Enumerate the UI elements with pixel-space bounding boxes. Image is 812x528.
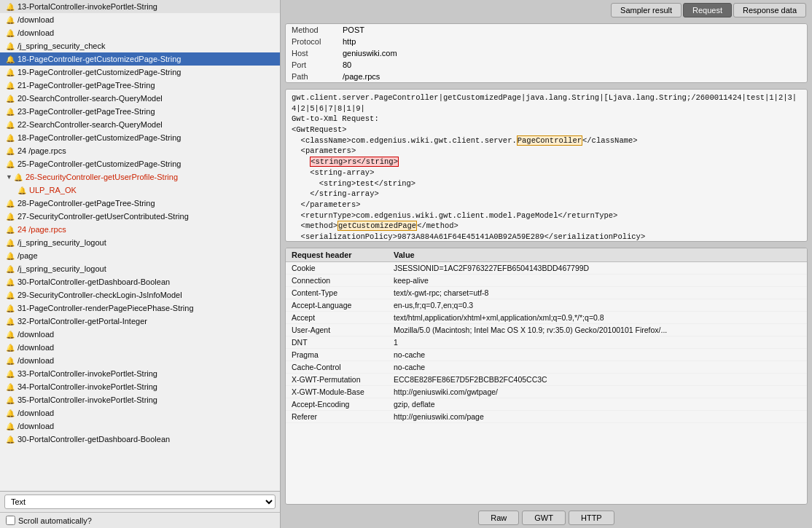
list-item[interactable]: 🔔32-PortalController-getPortal-Integer [0, 315, 280, 328]
header-name-cell: DNT [286, 336, 388, 349]
list-item-icon: 🔔 [6, 436, 15, 444]
list-item-icon: 🔔 [6, 16, 15, 24]
list-item[interactable]: 🔔19-PageController-getCustomizedPage-Str… [0, 66, 280, 79]
list-item-label: 13-PortalController-invokePortlet-String [17, 2, 157, 11]
list-item[interactable]: 🔔24 /page.rpcs [0, 144, 280, 157]
list-item[interactable]: ▼🔔26-SecurityController-getUserProfile-S… [0, 170, 280, 184]
list-item[interactable]: 🔔18-PageController-getCustomizedPage-Str… [0, 52, 280, 66]
header-table-row: Cache-Controlno-cache [286, 361, 807, 374]
list-item-label: 20-SearchController-search-QueryModel [17, 94, 163, 103]
list-item-label: /download [17, 343, 54, 352]
filter-dropdown[interactable]: TextRegExpXPath [4, 494, 276, 509]
list-item[interactable]: 🔔18-PageController-getCustomizedPage-Str… [0, 131, 280, 144]
list-item[interactable]: 🔔20-SearchController-search-QueryModel [0, 92, 280, 105]
list-item[interactable]: 🔔27-SecurityController-getUserContribute… [0, 210, 280, 223]
list-item[interactable]: 🔔/download [0, 328, 280, 341]
list-item[interactable]: 🔔33-PortalController-invokePortlet-Strin… [0, 367, 280, 380]
request-details-section: Method POST Protocol http Host geniuswik… [285, 23, 808, 83]
list-item[interactable]: 🔔/j_spring_security_check [0, 39, 280, 52]
list-item[interactable]: 🔔35-PortalController-invokePortlet-Strin… [0, 393, 280, 406]
xml-body-section[interactable]: gwt.client.server.PageController|getCust… [285, 89, 808, 242]
list-item-label: /j_spring_security_check [17, 42, 105, 50]
scroll-auto-checkbox[interactable] [6, 516, 15, 525]
header-table-row: Accept-Encodinggzip, deflate [286, 398, 807, 411]
left-list[interactable]: 🔔13-PortalController-invokePortlet-Strin… [0, 0, 280, 491]
header-table-wrapper[interactable]: Request header Value CookieJSESSIONID=1A… [286, 248, 807, 504]
header-value-cell: ECC8E828FE86E7D5F2BCBB2FC405CC3C [388, 374, 807, 386]
method-label: Method [286, 24, 337, 36]
list-item-label: /download [17, 356, 54, 365]
list-item[interactable]: 🔔13-PortalController-invokePortlet-Strin… [0, 0, 280, 13]
list-item[interactable]: 🔔/download [0, 354, 280, 367]
list-item-label: 27-SecurityController-getUserContributed… [17, 212, 189, 221]
tab-request[interactable]: Request [683, 3, 732, 17]
list-item[interactable]: 🔔/download [0, 406, 280, 419]
http-button[interactable]: HTTP [569, 511, 614, 525]
header-name-cell: Cookie [286, 262, 388, 275]
list-item[interactable]: 🔔/download [0, 13, 280, 26]
list-item-icon: 🔔 [6, 108, 15, 116]
list-item-icon: 🔔 [6, 265, 15, 273]
list-item[interactable]: 🔔22-SearchController-search-QueryModel [0, 118, 280, 131]
list-item[interactable]: 🔔/page [0, 249, 280, 262]
list-item[interactable]: 🔔23-PageController-getPageTree-String [0, 105, 280, 118]
list-item-label: /j_spring_security_logout [17, 238, 106, 247]
list-item-icon: 🔔 [6, 82, 15, 90]
list-item-icon: 🔔 [6, 239, 15, 247]
tab-response-data[interactable]: Response data [733, 3, 806, 17]
list-item-label: 26-SecurityController-getUserProfile-Str… [26, 173, 178, 181]
list-item[interactable]: 🔔/j_spring_security_logout [0, 262, 280, 275]
list-item[interactable]: 🔔/download [0, 419, 280, 433]
list-item[interactable]: 🔔29-SecurityController-checkLogin-JsInfo… [0, 288, 280, 302]
header-table: Request header Value CookieJSESSIONID=1A… [286, 248, 807, 423]
list-item-icon: 🔔 [6, 304, 15, 312]
raw-button[interactable]: Raw [478, 511, 519, 525]
list-item-icon: 🔔 [6, 331, 15, 339]
list-item-label: 28-PageController-getPageTree-String [17, 199, 155, 208]
gwt-button[interactable]: GWT [522, 511, 566, 525]
header-name-cell: X-GWT-Permutation [286, 374, 388, 386]
list-item-label: /download [17, 15, 54, 24]
list-item-icon: 🔔 [6, 409, 15, 417]
list-item-icon: 🔔 [6, 95, 15, 103]
list-item[interactable]: 🔔24 /page.rpcs [0, 223, 280, 236]
list-item-label: 25-PageController-getCustomizedPage-Stri… [17, 159, 181, 168]
list-item[interactable]: 🔔21-PageController-getPageTree-String [0, 79, 280, 92]
list-item[interactable]: 🔔/j_spring_security_logout [0, 236, 280, 249]
list-item-label: /j_spring_security_logout [17, 264, 106, 273]
header-value-cell: no-cache [388, 349, 807, 361]
header-name-cell: Accept-Language [286, 299, 388, 312]
list-item-icon: 🔔 [6, 383, 15, 391]
header-name-cell: Cache-Control [286, 361, 388, 374]
list-item[interactable]: 🔔34-PortalController-invokePortlet-Strin… [0, 380, 280, 393]
list-item[interactable]: 🔔/download [0, 26, 280, 39]
list-item[interactable]: 🔔31-PageController-renderPagePiecePhase-… [0, 302, 280, 315]
list-item[interactable]: 🔔ULP_RA_OK [0, 184, 280, 197]
list-item[interactable]: 🔔/download [0, 341, 280, 354]
list-item-icon: 🔔 [6, 344, 15, 352]
tab-sampler-result[interactable]: Sampler result [611, 3, 682, 17]
list-item-icon: 🔔 [6, 3, 15, 11]
list-item[interactable]: 🔔28-PageController-getPageTree-String [0, 197, 280, 210]
list-item-icon: 🔔 [6, 318, 15, 326]
header-value-cell: http://geniuswiki.com/page [388, 411, 807, 423]
list-item[interactable]: 🔔25-PageController-getCustomizedPage-Str… [0, 157, 280, 170]
header-value-cell: gzip, deflate [388, 398, 807, 411]
header-value-cell: 1 [388, 336, 807, 349]
list-item-label: 30-PortalController-getDashboard-Boolean [17, 277, 170, 286]
header-table-row: Accepttext/html,application/xhtml+xml,ap… [286, 312, 807, 324]
port-label: Port [286, 59, 337, 71]
header-value-cell: http://geniuswiki.com/gwtpage/ [388, 386, 807, 398]
list-item-icon: 🔔 [6, 396, 15, 404]
list-item-icon: 🔔 [6, 147, 15, 155]
list-item-icon: 🔔 [6, 370, 15, 378]
list-item-label: 34-PortalController-invokePortlet-String [17, 382, 157, 391]
port-value: 80 [337, 59, 807, 71]
header-table-row: Accept-Languageen-us,fr;q=0.7,en;q=0.3 [286, 299, 807, 312]
port-row: Port 80 [286, 59, 807, 71]
bottom-buttons: Raw GWT HTTP [281, 508, 812, 528]
list-item[interactable]: 🔔30-PortalController-getDashboard-Boolea… [0, 433, 280, 446]
list-item-label: 31-PageController-renderPagePiecePhase-S… [17, 304, 194, 312]
list-item-label: 33-PortalController-invokePortlet-String [17, 369, 157, 378]
list-item[interactable]: 🔔30-PortalController-getDashboard-Boolea… [0, 275, 280, 288]
